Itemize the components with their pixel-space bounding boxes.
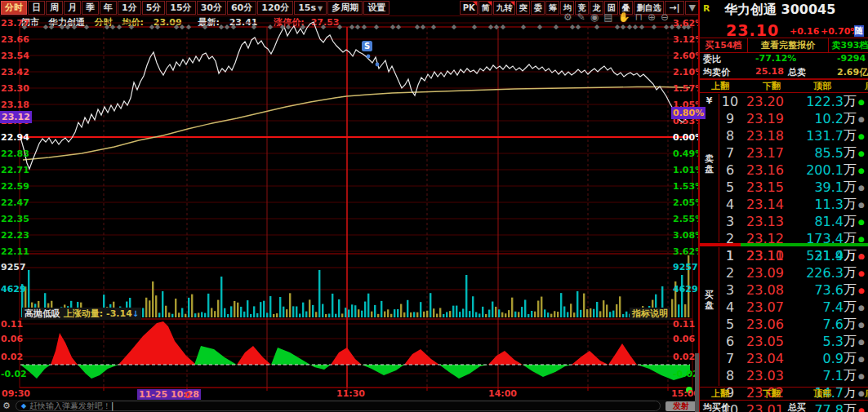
axis-tick: 22.83 [1, 149, 29, 158]
weibi-row: 委比 -77.12% -9294 [700, 53, 868, 65]
panel-price-row: 23.10 +0.16 +0.70% 随 [700, 21, 868, 38]
buy-side-label: 买盘 [700, 290, 719, 311]
order-row[interactable]: 523.1539.1万● [719, 179, 868, 196]
tab-sell-levels[interactable]: 卖393档 [829, 38, 868, 52]
weibi-value: -77.12% [755, 53, 796, 64]
order-row[interactable]: 523.067.6万● [719, 316, 868, 333]
total-sell-value: 2.69亿 [837, 66, 868, 78]
axis-tick: 4629 [1, 285, 29, 294]
momentum-readout: 上涨动量: -3.14 [64, 308, 132, 319]
trade-dot: ● [855, 252, 868, 260]
axis-tick: 23.30 [1, 84, 29, 93]
order-row[interactable]: 323.1381.4万● [719, 213, 868, 230]
sell-ratio-segment [741, 243, 868, 246]
axis-tick: 22.94 [1, 133, 29, 142]
nav-底部[interactable]: 底部 [865, 80, 868, 92]
axis-tick: 4629 [673, 285, 701, 294]
axis-tick: 1.53% [673, 182, 701, 191]
danmaku-placeholder: 赶快输入弹幕发射吧！ [29, 401, 111, 412]
axis-tick: 23.42 [1, 68, 29, 77]
nav-底部[interactable]: 底部 [865, 388, 868, 400]
settings-gear-icon[interactable]: ⚙ [2, 401, 11, 411]
order-row[interactable]: 223.09226.3万● [719, 264, 868, 281]
order-row[interactable]: 823.037.1万● [719, 367, 868, 384]
axis-tick: 23.77 [1, 19, 29, 28]
axis-tick: 9257 [1, 263, 29, 272]
axis-tick: 3.12% [673, 35, 701, 44]
order-row[interactable]: 923.1910.2万● [719, 110, 868, 127]
order-row[interactable]: 123.10521.4万● [719, 247, 868, 264]
trade-dot: ● [855, 235, 868, 243]
order-row[interactable]: 1023.20122.3万● [719, 93, 868, 110]
axis-tick: 23.18 [1, 100, 29, 109]
axis-tick: 23.66 [1, 35, 29, 44]
axis-tick: 0.06 [673, 334, 701, 343]
axis-tick: 9257 [673, 263, 701, 272]
axis-tick: 0.06 [1, 334, 29, 343]
axis-tick: 0.11 [1, 320, 29, 329]
indicator-help-link[interactable]: 指标说明 [630, 308, 670, 320]
avg-sell-label: 均卖价 [703, 66, 730, 78]
axis-tick: 0.49% [673, 149, 701, 158]
axis-tick: 23.54 [1, 51, 29, 60]
order-row[interactable]: 423.1411.3万● [719, 196, 868, 213]
axis-tick: 22.71 [1, 166, 29, 175]
nav-下翻[interactable]: 下翻 [763, 388, 781, 400]
avg-sell-row: 均卖价 25.18 总卖 2.69亿 [700, 66, 868, 79]
nav-下翻[interactable]: 下翻 [763, 80, 781, 92]
axis-tick: 09:30 [2, 389, 29, 398]
danmaku-input[interactable]: ◆ 赶快输入弹幕发射吧！| [16, 401, 661, 411]
nav-上翻[interactable]: 上翻 [711, 388, 729, 400]
trade-dot: ● [855, 286, 868, 295]
status-bar: ⚙ ◆ 赶快输入弹幕发射吧！| 发射 [0, 400, 700, 412]
nav-顶部[interactable]: 顶部 [813, 80, 831, 92]
avg-sell-value: 25.18 [755, 66, 784, 77]
order-row[interactable]: 623.055.3万● [719, 333, 868, 350]
axis-tick: 3.62% [673, 247, 701, 256]
weicha-value: -9294 [837, 53, 866, 64]
tab-full-quote[interactable]: 查看完整报价 [748, 38, 829, 52]
axis-tick: 2.05% [673, 198, 701, 207]
order-row[interactable]: 323.0873.6万● [719, 281, 868, 299]
indicator-name: 高抛低吸 [24, 308, 60, 319]
trade-dot: ● [855, 115, 868, 123]
text-caret: | [111, 401, 114, 410]
axis-tick: 22.35 [1, 215, 29, 224]
order-row[interactable]: 623.16200.1万● [719, 162, 868, 179]
trade-dot: ● [855, 372, 868, 380]
tab-buy-levels[interactable]: 买154档 [700, 38, 748, 52]
timeshare-chart[interactable]: S [0, 0, 700, 412]
order-row[interactable]: 423.077.4万● [719, 299, 868, 316]
buy-order-rows: 123.10521.4万●223.09226.3万●323.0873.6万●42… [719, 247, 868, 386]
trade-dot: ● [855, 149, 868, 157]
svg-text:S: S [364, 42, 370, 51]
follow-badge[interactable]: 随 [854, 25, 864, 37]
axis-tick: 2.55% [673, 215, 701, 224]
order-row[interactable]: 823.18131.7万● [719, 127, 868, 144]
trade-dot: ● [855, 303, 868, 312]
trade-dot: ● [855, 355, 868, 363]
trade-dot: ● [855, 184, 868, 192]
axis-tick: 2.10% [673, 68, 701, 77]
crosshair-time-label: 11-25 10:28 [137, 389, 201, 400]
book-nav-bottom: 上翻下翻顶部底部 [700, 387, 868, 401]
price-change: +0.16 [790, 26, 819, 37]
axis-tick: 2.60% [673, 51, 701, 60]
avg-buy-label: 均买价 [703, 401, 730, 412]
order-row[interactable]: 723.1785.5万● [719, 144, 868, 162]
nav-顶部[interactable]: 顶部 [813, 388, 831, 400]
trade-dot: ● [855, 218, 868, 226]
scrollbar-thumb[interactable] [695, 353, 699, 412]
nav-上翻[interactable]: 上翻 [711, 80, 729, 92]
buy-spine: 买盘 [700, 247, 719, 386]
send-danmaku-button[interactable]: 发射 [665, 401, 697, 411]
buy-ratio-segment [700, 243, 741, 246]
r-badge: R [703, 3, 710, 14]
axis-tick: 22.59 [1, 182, 29, 191]
avg-buy-row-partial: 均买价 总买 [700, 401, 868, 412]
order-row[interactable]: 723.040.9万● [719, 350, 868, 367]
axis-tick: 0.02 [1, 352, 29, 361]
trade-dot: ● [855, 338, 868, 346]
axis-tick: 22.47 [1, 198, 29, 207]
order-book-panel: R 华力创通 300045 23.10 +0.16 +0.70% 随 买154档… [700, 0, 868, 412]
